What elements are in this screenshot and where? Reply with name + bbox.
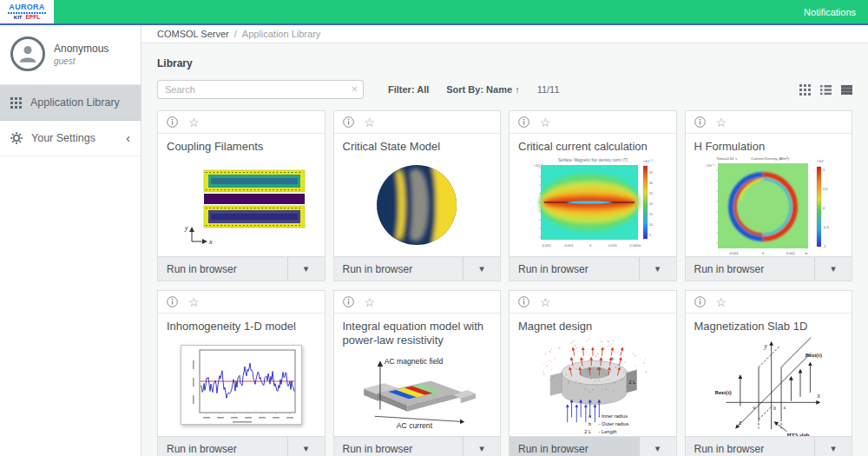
svg-text:0.001: 0.001 xyxy=(608,243,618,248)
list-view-icon[interactable] xyxy=(820,84,832,96)
breadcrumb-root[interactable]: COMSOL Server xyxy=(157,29,229,39)
svg-text:1: 1 xyxy=(823,168,825,172)
sidebar-item-your-settings[interactable]: Your Settings ‹ xyxy=(0,121,141,156)
svg-text:Surface: Magnetic flux density: Surface: Magnetic flux density norm (T) xyxy=(558,158,628,162)
info-icon[interactable] xyxy=(694,116,706,128)
info-icon[interactable] xyxy=(343,296,354,307)
caret-down-icon: ▾ xyxy=(655,263,661,274)
app-thumbnail: 2 L a b a- Inner radius b- Outer radius … xyxy=(510,334,676,436)
top-bar: AURORA KIT EPFL Notifications xyxy=(0,0,868,25)
svg-text:b: b xyxy=(611,356,614,361)
grid-view-icon[interactable] xyxy=(799,84,811,96)
svg-text:Bext(t): Bext(t) xyxy=(715,389,732,396)
caret-down-icon: ▾ xyxy=(831,443,836,454)
caret-down-icon: ▾ xyxy=(655,443,661,454)
svg-text:-a: -a xyxy=(752,406,756,411)
run-in-browser-button[interactable]: Run in browser xyxy=(510,257,640,281)
run-in-browser-button[interactable]: Run in browser xyxy=(158,437,288,456)
app-card-h-formulation: ☆ H Formulation Time=0.62 s xyxy=(685,110,853,281)
info-icon[interactable] xyxy=(518,296,529,307)
run-in-browser-button[interactable]: Run in browser xyxy=(158,257,288,281)
star-icon[interactable]: ☆ xyxy=(365,116,376,129)
main-area: COMSOL Server / Application Library Libr… xyxy=(141,25,868,456)
grid-icon xyxy=(10,97,22,109)
app-card-grid: ☆ Coupling Filaments xyxy=(157,110,852,456)
info-icon[interactable] xyxy=(167,296,178,307)
info-icon[interactable] xyxy=(343,116,354,128)
run-in-browser-button[interactable]: Run in browser xyxy=(686,437,816,456)
notifications-link[interactable]: Notifications xyxy=(804,7,868,17)
app-title: H Formulation xyxy=(686,134,852,154)
svg-text:15: 15 xyxy=(649,213,653,216)
run-options-dropdown[interactable]: ▾ xyxy=(640,437,676,456)
run-options-dropdown[interactable]: ▾ xyxy=(815,257,852,281)
run-in-browser-button[interactable]: Run in browser xyxy=(334,437,464,456)
app-thumbnail: Time=0.62 s Current Density (A/m²) ×10⁻⁴ xyxy=(686,154,852,256)
star-icon[interactable]: ☆ xyxy=(188,296,200,308)
app-card-critical-state-model: ☆ Critical State Model xyxy=(333,110,502,281)
svg-text:b: b xyxy=(589,421,591,426)
run-options-dropdown[interactable]: ▾ xyxy=(288,257,325,281)
aurora-logo: AURORA KIT EPFL xyxy=(0,0,54,23)
user-name: Anonymous xyxy=(54,43,108,55)
star-icon[interactable]: ☆ xyxy=(716,116,727,129)
sidebar-item-label: Your Settings xyxy=(31,132,95,144)
info-icon[interactable] xyxy=(518,116,529,128)
app-title: Critical current calculation xyxy=(510,134,676,154)
app-title: Magnetization Slab 1D xyxy=(686,314,852,334)
svg-text:-0.5: -0.5 xyxy=(823,225,830,229)
app-card-inhomogeneity-1d-model: ☆ Inhomogeneity 1-D model xyxy=(157,290,326,456)
run-in-browser-button[interactable]: Run in browser xyxy=(510,437,640,456)
sort-label: Sort By: Name xyxy=(446,84,512,95)
svg-text:25: 25 xyxy=(649,192,653,195)
chevron-left-icon[interactable]: ‹ xyxy=(126,132,130,144)
detail-view-icon[interactable] xyxy=(841,84,852,96)
filter-control[interactable]: Filter: All xyxy=(388,84,429,95)
star-icon[interactable]: ☆ xyxy=(540,296,551,308)
app-title: Integral equation model with power-law r… xyxy=(334,314,501,348)
svg-text:35: 35 xyxy=(649,171,653,175)
svg-text:- Outer radius: - Outer radius xyxy=(598,421,628,426)
svg-text:x: x xyxy=(817,392,821,400)
run-in-browser-button[interactable]: Run in browser xyxy=(334,257,464,281)
breadcrumb-current: Application Library xyxy=(242,29,321,39)
info-icon[interactable] xyxy=(167,116,178,128)
person-icon xyxy=(16,43,39,65)
svg-text:0.002m: 0.002m xyxy=(629,243,641,248)
library-content: Library × Filter: All Sort By: Name ↑ 11… xyxy=(141,43,868,456)
clear-search-icon[interactable]: × xyxy=(351,83,358,96)
svg-text:0: 0 xyxy=(823,206,825,210)
avatar xyxy=(10,36,45,71)
app-thumbnail: AC magnetic field AC current xyxy=(334,348,501,437)
caret-down-icon: ▾ xyxy=(831,263,836,274)
star-icon[interactable]: ☆ xyxy=(188,116,200,129)
star-icon[interactable]: ☆ xyxy=(365,296,376,308)
svg-text:×10⁻⁴: ×10⁻⁴ xyxy=(706,163,715,168)
run-options-dropdown[interactable]: ▾ xyxy=(288,437,325,456)
svg-text:Time=0.62 s: Time=0.62 s xyxy=(716,156,738,161)
logo-aurora-text: AURORA xyxy=(9,3,44,11)
run-options-dropdown[interactable]: ▾ xyxy=(640,257,676,281)
library-toolbar: × Filter: All Sort By: Name ↑ 11/11 xyxy=(157,80,852,99)
svg-text:- Inner radius: - Inner radius xyxy=(598,413,628,419)
info-icon[interactable] xyxy=(694,296,706,307)
svg-text:Bext(t): Bext(t) xyxy=(806,352,822,359)
svg-text:AC current: AC current xyxy=(397,422,433,431)
svg-text:10: 10 xyxy=(649,223,653,227)
svg-text:0: 0 xyxy=(762,251,765,255)
sidebar-item-application-library[interactable]: Application Library xyxy=(0,85,141,121)
svg-text:AC magnetic field: AC magnetic field xyxy=(385,357,444,366)
run-options-dropdown[interactable]: ▾ xyxy=(464,257,500,281)
logo-kit-text: KIT xyxy=(14,15,23,20)
star-icon[interactable]: ☆ xyxy=(716,296,727,308)
run-options-dropdown[interactable]: ▾ xyxy=(815,437,852,456)
svg-text:y: y xyxy=(764,342,768,350)
svg-text:-0.002: -0.002 xyxy=(541,243,551,248)
search-input[interactable] xyxy=(157,80,364,99)
sort-control[interactable]: Sort By: Name ↑ xyxy=(446,84,519,95)
caret-down-icon: ▾ xyxy=(304,443,309,454)
run-options-dropdown[interactable]: ▾ xyxy=(464,437,500,456)
star-icon[interactable]: ☆ xyxy=(540,116,551,129)
logo-epfl-text: EPFL xyxy=(26,15,41,21)
run-in-browser-button[interactable]: Run in browser xyxy=(686,257,816,281)
